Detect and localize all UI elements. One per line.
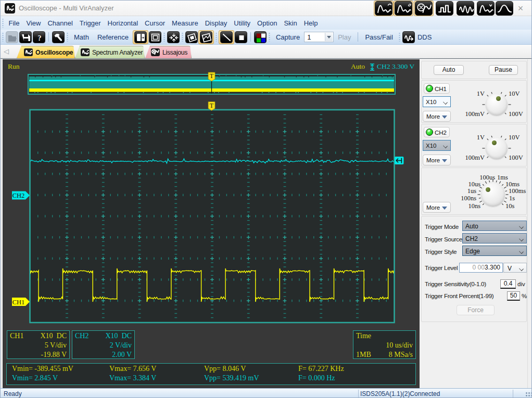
help-icon[interactable]: ?: [33, 31, 45, 43]
resize-grip-icon[interactable]: [525, 392, 531, 398]
vector-draw-icon[interactable]: [220, 31, 233, 43]
status-ready: Ready: [4, 390, 22, 397]
toolbar-highlight: [198, 30, 214, 44]
border-display-icon[interactable]: [149, 31, 161, 43]
afterglow-icon[interactable]: [200, 31, 212, 43]
trigger-level-input[interactable]: 0 003.300: [459, 263, 503, 273]
svg-text:CH2: CH2: [12, 192, 25, 199]
chevron-down-icon: [520, 225, 524, 229]
close-button[interactable]: ×: [514, 3, 527, 14]
center-waveform-icon[interactable]: [167, 31, 180, 43]
ch1-scale: 5 V/div: [10, 341, 67, 350]
passfail-button[interactable]: Pass/Fail: [361, 33, 397, 41]
tab-lissajous[interactable]: Lissajous: [145, 46, 192, 58]
window-button-spectrum-wave[interactable]: [395, 1, 412, 16]
menu-skin[interactable]: Skin: [281, 17, 300, 29]
toolbar-highlight: [133, 30, 148, 44]
math-button[interactable]: Math: [70, 33, 93, 41]
svg-text:CH1: CH1: [12, 299, 25, 306]
window-button-pulse-wave[interactable]: [496, 1, 513, 16]
open-file-icon[interactable]: [6, 31, 18, 43]
menu-measure[interactable]: Measure: [169, 17, 202, 29]
trigger-level-padding: 0 00: [473, 264, 485, 271]
capture-count-select[interactable]: 1: [304, 32, 334, 42]
menu-utility[interactable]: Utility: [231, 17, 254, 29]
trigger-sensitivity-label: Trigger Sensitivity(0-1.0): [425, 280, 486, 287]
ch1-vpp: Vpp= 8.046 V: [204, 365, 246, 373]
toolbar-grip[interactable]: [2, 32, 4, 42]
toolbar-grip[interactable]: [399, 32, 400, 42]
window-button-oscilloscope-wave[interactable]: [375, 1, 392, 16]
trigger-front-input[interactable]: 50: [507, 291, 520, 301]
trigger-level-unit-select[interactable]: V: [503, 263, 527, 273]
ch2-probe-select[interactable]: X10: [423, 140, 451, 151]
toolbar-grip[interactable]: [182, 32, 183, 42]
ch2-led-icon: [426, 129, 433, 136]
menu-trigger[interactable]: Trigger: [76, 17, 104, 29]
menu-help[interactable]: Help: [300, 17, 321, 29]
menu-horizontal[interactable]: Horizontal: [104, 17, 142, 29]
color-scheme-icon[interactable]: [254, 31, 267, 43]
trigger-source-value: CH2: [465, 235, 478, 242]
ch1-freq: F= 67.227 KHz: [298, 365, 344, 373]
timebase-knob[interactable]: [481, 183, 505, 207]
ch1-led-icon: [426, 85, 433, 92]
window-title: Oscilloscope - Multi VirAnalyzer: [19, 4, 114, 12]
auto-button[interactable]: Auto: [434, 65, 464, 75]
tab-scroll-left-icon[interactable]: ◁: [4, 47, 11, 56]
force-button[interactable]: Force: [457, 305, 495, 315]
trigger-style-select[interactable]: Edge: [462, 246, 527, 256]
persistence-icon[interactable]: [185, 31, 198, 43]
svg-text:T: T: [210, 102, 214, 109]
menubar-grip[interactable]: [2, 18, 4, 28]
window-button-burst-wave[interactable]: [457, 1, 474, 16]
dds-icon[interactable]: [402, 31, 415, 43]
dds-button[interactable]: DDS: [415, 33, 436, 41]
timebase-more-button[interactable]: More: [423, 202, 451, 213]
toolbar-grip[interactable]: [163, 32, 165, 42]
trigger-front-unit: %: [522, 293, 527, 299]
split-screen-icon[interactable]: [134, 31, 147, 43]
trigger-sensitivity-input[interactable]: 0.4: [500, 279, 516, 289]
ch1-enable-button[interactable]: CH1: [424, 83, 450, 94]
window-button-square-wave[interactable]: [436, 1, 453, 16]
ch2-name: CH2: [75, 331, 88, 341]
window-button-lissajous-wave[interactable]: [415, 1, 433, 16]
menu-cursor[interactable]: Cursor: [142, 17, 169, 29]
ch2-probe-coupling: X10 DC: [105, 331, 132, 341]
waveform-tab-icon: [24, 48, 33, 56]
menu-file[interactable]: File: [5, 17, 23, 29]
toolbar-grip[interactable]: [67, 32, 68, 42]
ch1-offset: -19.88 V: [10, 350, 67, 360]
toolbar-grip[interactable]: [269, 32, 270, 42]
ch2-more-label: More: [426, 157, 440, 163]
ch1-volts-knob[interactable]: [486, 94, 508, 115]
menu-bar: FileViewChannelTriggerHorizontalCursorMe…: [1, 16, 532, 30]
tab-oscilloscope[interactable]: Oscilloscope: [17, 46, 75, 58]
tools-icon[interactable]: [52, 31, 65, 43]
chevron-down-icon: [520, 250, 524, 254]
save-icon[interactable]: [19, 31, 32, 43]
client-area: TTCH2CH1 Run Auto CH2 3.300 V CH1X10 DC …: [1, 58, 532, 388]
run-status: Run: [8, 62, 20, 71]
trigger-mode-select[interactable]: Auto: [462, 221, 527, 231]
pause-button[interactable]: Pause: [489, 65, 518, 75]
ch1-probe-select[interactable]: X10: [423, 96, 451, 107]
trigger-source-select[interactable]: CH2: [462, 233, 527, 243]
menu-channel[interactable]: Channel: [44, 17, 76, 29]
toolbar-grip[interactable]: [216, 32, 217, 42]
ch1-probe-coupling: X10 DC: [40, 331, 67, 341]
ch1-more-button[interactable]: More: [423, 111, 451, 122]
panel-right-edge: [527, 59, 528, 389]
ch2-freq: F= 0.000 Hz: [298, 374, 335, 382]
menu-view[interactable]: View: [23, 17, 44, 29]
tab-spectrum-analyzer[interactable]: Spectrum Analyzer: [75, 46, 145, 58]
menu-option[interactable]: Option: [254, 17, 281, 29]
window-button-multi-wave[interactable]: [477, 1, 495, 16]
ch2-more-button[interactable]: More: [423, 155, 451, 165]
menu-display[interactable]: Display: [201, 17, 231, 29]
ch2-enable-button[interactable]: CH2: [424, 127, 450, 137]
dot-draw-icon[interactable]: [235, 31, 247, 43]
reference-button[interactable]: Reference: [93, 33, 133, 41]
ch2-volts-knob[interactable]: [486, 137, 508, 159]
